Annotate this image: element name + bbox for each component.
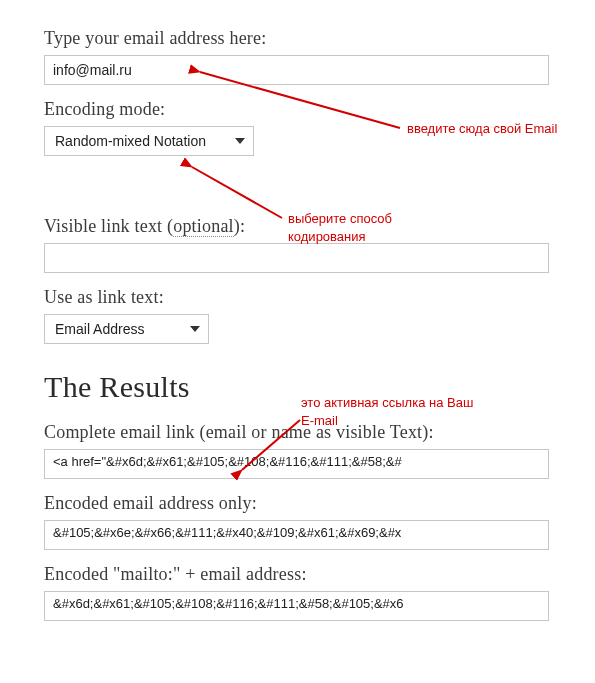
email-label: Type your email address here: (44, 28, 551, 49)
arrow-icon (192, 167, 282, 218)
use-as-selected: Email Address (55, 321, 144, 337)
visible-text-block: Visible link text (optional): (44, 216, 551, 273)
encoding-selected: Random-mixed Notation (55, 133, 206, 149)
page: Type your email address here: Encoding m… (0, 0, 595, 683)
encoded-only-label: Encoded email address only: (44, 493, 551, 514)
complete-link-label: Complete email link (email or name as vi… (44, 422, 551, 443)
visible-text-label-post: ): (234, 216, 245, 236)
email-input[interactable] (44, 55, 549, 85)
mailto-label: Encoded "mailto:" + email address: (44, 564, 551, 585)
optional-text: optional (173, 216, 234, 237)
results-heading: The Results (44, 370, 551, 404)
encoding-select[interactable]: Random-mixed Notation (44, 126, 254, 156)
chevron-down-icon (235, 138, 245, 144)
use-as-select[interactable]: Email Address (44, 314, 209, 344)
encoding-label: Encoding mode: (44, 99, 551, 120)
visible-text-label-pre: Visible link text ( (44, 216, 173, 236)
use-as-block: Use as link text: Email Address (44, 287, 551, 344)
mailto-block: Encoded "mailto:" + email address: &#x6d… (44, 564, 551, 621)
email-field-block: Type your email address here: (44, 28, 551, 85)
complete-link-output[interactable]: <a href="&#x6d;&#x61;&#105;&#108;&#116;&… (44, 449, 549, 479)
visible-text-label: Visible link text (optional): (44, 216, 551, 237)
encoded-only-output[interactable]: &#105;&#x6e;&#x66;&#111;&#x40;&#109;&#x6… (44, 520, 549, 550)
visible-text-input[interactable] (44, 243, 549, 273)
mailto-output[interactable]: &#x6d;&#x61;&#105;&#108;&#116;&#111;&#58… (44, 591, 549, 621)
encoding-block: Encoding mode: Random-mixed Notation (44, 99, 551, 156)
use-as-label: Use as link text: (44, 287, 551, 308)
chevron-down-icon (190, 326, 200, 332)
encoded-only-block: Encoded email address only: &#105;&#x6e;… (44, 493, 551, 550)
complete-link-block: Complete email link (email or name as vi… (44, 422, 551, 479)
